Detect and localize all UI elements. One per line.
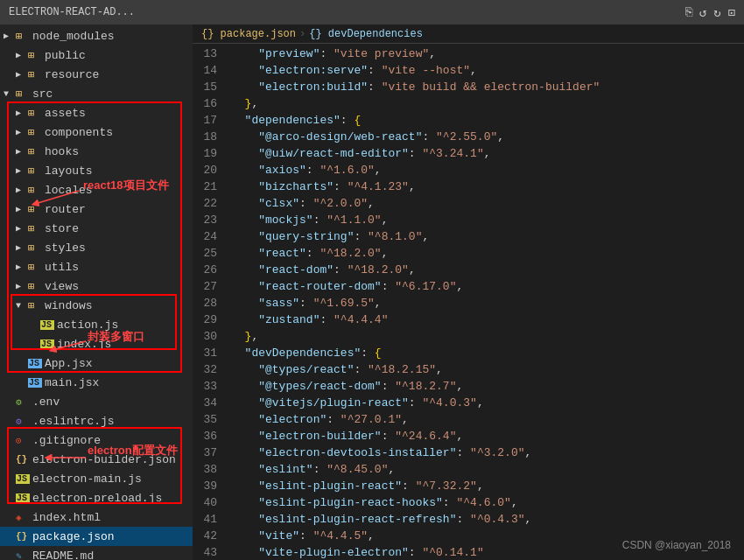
sidebar-item-package_json[interactable]: {} package.json (0, 527, 193, 546)
copy-icon[interactable]: ⎘ (685, 5, 692, 20)
sidebar-item-views[interactable]: ▶ ⊞ views (0, 276, 193, 296)
sidebar-item-eslintrc[interactable]: ⚙ .eslintrc.js (0, 411, 193, 430)
sidebar-item-readme[interactable]: ✎ README.md (0, 546, 193, 560)
code-line-13: "preview": "vite preview", (224, 46, 744, 62)
item-label: assets (45, 107, 86, 120)
line-number-14: 14 (196, 62, 217, 79)
arrow-open: ▼ (4, 89, 16, 99)
layout-icon[interactable]: ⊡ (728, 5, 735, 20)
sidebar-item-resource[interactable]: ▶ ⊞ resource (0, 65, 193, 84)
line-number-29: 29 (196, 312, 217, 328)
sidebar-item-public[interactable]: ▶ ⊞ public (0, 46, 193, 65)
sidebar-item-styles[interactable]: ▶ ⊞ styles (0, 238, 193, 257)
sidebar-item-locales[interactable]: ▶ ⊞ locales (0, 180, 193, 200)
sidebar-item-router[interactable]: ▶ ⊞ router (0, 200, 193, 219)
code-line-19: "@uiw/react-md-editor": "^3.24.1", (224, 145, 744, 162)
item-label: src (32, 88, 53, 101)
line-number-39: 39 (196, 478, 217, 494)
line-number-27: 27 (196, 278, 217, 295)
code-line-21: "bizcharts": "^4.1.23", (224, 178, 744, 195)
sidebar-item-layouts[interactable]: ▶ ⊞ layouts (0, 161, 193, 180)
sidebar-item-main_jsx[interactable]: JS main.jsx (0, 373, 193, 392)
code-line-24: "query-string": "^8.1.0", (224, 228, 744, 245)
line-number-17: 17 (196, 112, 217, 129)
line-number-43: 43 (196, 544, 217, 560)
arrow-closed: ▶ (4, 31, 16, 41)
md-icon: ✎ (16, 550, 30, 561)
code-line-28: "sass": "^1.69.5", (224, 295, 744, 312)
sidebar-item-src[interactable]: ▼ ⊞ src (0, 84, 193, 103)
titlebar: ELECTRON-REACT-AD... ⎘ ↺ ↻ ⊡ (0, 0, 744, 24)
arrow-closed: ▶ (16, 127, 28, 137)
sidebar-item-utils[interactable]: ▶ ⊞ utils (0, 257, 193, 276)
line-number-26: 26 (196, 262, 217, 278)
folder-icon: ⊞ (28, 242, 42, 255)
folder-icon: ⊞ (28, 222, 42, 235)
arrow-closed: ▶ (16, 262, 28, 272)
jsx-icon: JS (28, 378, 42, 388)
folder-icon: ⊞ (28, 299, 42, 312)
code-line-40: "eslint-plugin-react-hooks": "^4.6.0", (224, 494, 744, 511)
line-number-34: 34 (196, 395, 217, 411)
redo-icon[interactable]: ↻ (713, 5, 720, 20)
sidebar-item-electron_preload[interactable]: JS electron-preload.js (0, 488, 193, 508)
arrow-closed: ▶ (16, 108, 28, 118)
folder-icon: ⊞ (28, 126, 42, 139)
code-line-17: "dependencies": { (224, 112, 744, 129)
arrow-closed: ▶ (16, 50, 28, 60)
line-number-20: 20 (196, 162, 217, 178)
arrow-closed: ▶ (16, 146, 28, 157)
item-label: action.js (57, 318, 118, 332)
code-line-33: "@types/react-dom": "^18.2.7", (224, 378, 744, 395)
item-label: .eslintrc.js (32, 415, 115, 428)
folder-icon: ⊞ (28, 261, 42, 274)
folder-icon: ⊞ (16, 88, 30, 101)
code-line-16: }, (224, 95, 744, 112)
sidebar-item-node_modules[interactable]: ▶ ⊞ node_modules (0, 26, 193, 46)
sidebar-item-App_jsx[interactable]: JS App.jsx (0, 354, 193, 373)
watermark: CSDN @xiaoyan_2018 (622, 539, 731, 551)
json-icon: {} (16, 454, 30, 465)
item-label: router (45, 203, 86, 216)
sidebar: ▶ ⊞ node_modules▶ ⊞ public▶ ⊞ resource▼ … (0, 24, 193, 560)
code-line-29: "zustand": "^4.4.4" (224, 312, 744, 328)
code-line-22: "clsx": "^2.0.0", (224, 195, 744, 212)
sidebar-item-gitignore[interactable]: ⊙ .gitignore (0, 430, 193, 450)
sidebar-item-hooks[interactable]: ▶ ⊞ hooks (0, 142, 193, 161)
code-line-26: "react-dom": "^18.2.0", (224, 262, 744, 278)
sidebar-item-electron_builder[interactable]: {} electron-builder.json (0, 450, 193, 469)
sidebar-item-index_js[interactable]: JS index.js (0, 334, 193, 354)
line-number-15: 15 (196, 79, 217, 95)
item-label: utils (45, 261, 79, 274)
code-line-30: }, (224, 328, 744, 345)
folder-icon: ⊞ (28, 107, 42, 120)
js-icon: JS (16, 474, 30, 484)
item-label: locales (45, 184, 93, 197)
item-label: README.md (32, 550, 94, 561)
sidebar-item-components[interactable]: ▶ ⊞ components (0, 122, 193, 142)
sidebar-wrapper: ▶ ⊞ node_modules▶ ⊞ public▶ ⊞ resource▼ … (0, 24, 193, 560)
undo-icon[interactable]: ↺ (699, 5, 706, 20)
line-number-30: 30 (196, 328, 217, 345)
sidebar-item-env[interactable]: ⚙ .env (0, 392, 193, 411)
sidebar-item-action_js[interactable]: JS action.js (0, 315, 193, 334)
code-line-14: "electron:serve": "vite --host", (224, 62, 744, 79)
code-content[interactable]: "preview": "vite preview", "electron:ser… (224, 44, 744, 560)
sidebar-item-index_html[interactable]: ◈ index.html (0, 508, 193, 527)
eslint-icon: ⚙ (16, 416, 30, 427)
sidebar-item-windows[interactable]: ▼ ⊞ windows (0, 296, 193, 315)
sidebar-item-store[interactable]: ▶ ⊞ store (0, 219, 193, 238)
folder-icon: ⊞ (28, 68, 42, 81)
folder-icon: ⊞ (28, 145, 42, 158)
line-number-38: 38 (196, 461, 217, 478)
git-icon: ⊙ (16, 435, 30, 446)
sidebar-item-electron_main[interactable]: JS electron-main.js (0, 469, 193, 488)
editor: {} package.json › {} devDependencies 131… (193, 24, 744, 560)
code-line-36: "electron-builder": "^24.6.4", (224, 428, 744, 444)
item-label: layouts (45, 164, 93, 178)
sidebar-item-assets[interactable]: ▶ ⊞ assets (0, 103, 193, 122)
item-label: index.html (32, 511, 101, 524)
item-label: main.jsx (45, 376, 99, 389)
code-line-38: "eslint": "^8.45.0", (224, 461, 744, 478)
arrow-closed: ▶ (16, 281, 28, 291)
